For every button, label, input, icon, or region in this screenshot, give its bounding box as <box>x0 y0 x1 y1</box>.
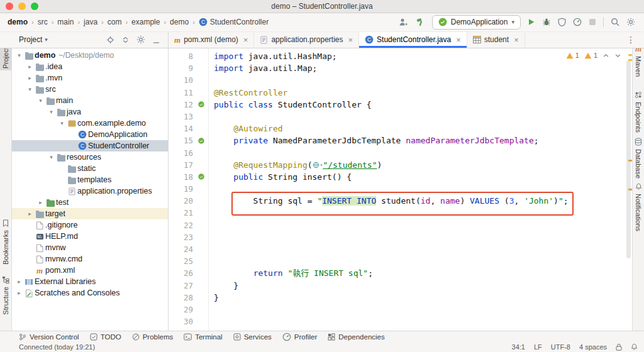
breadcrumb-item[interactable]: demo <box>170 18 189 26</box>
tool-dependencies-button[interactable]: Dependencies <box>328 333 385 341</box>
debug-button[interactable] <box>542 18 551 26</box>
chevron-right-icon[interactable]: ▸ <box>26 211 34 217</box>
collapse-all-icon[interactable] <box>121 36 130 44</box>
tree-item-mvnw-cmd[interactable]: mvnw.cmd <box>11 253 168 265</box>
tree-item--gitignore[interactable]: .gitignore <box>11 219 168 231</box>
chevron-right-icon[interactable]: ▸ <box>26 63 34 70</box>
collaborate-icon[interactable] <box>398 18 409 26</box>
chevron-down-icon[interactable]: ▾ <box>45 36 48 43</box>
breadcrumb-item[interactable]: demo <box>8 18 28 26</box>
spring-bean-icon[interactable] <box>198 101 204 107</box>
tree-item--idea[interactable]: ▸.idea <box>11 61 168 72</box>
chevron-down-icon[interactable]: ▾ <box>36 97 45 104</box>
project-panel-title[interactable]: Project <box>19 35 42 44</box>
code-line <box>214 243 633 255</box>
breadcrumb-item[interactable]: main <box>57 18 74 26</box>
tree-item-studentcontroller[interactable]: CStudentController <box>11 140 168 151</box>
hide-panel-icon[interactable] <box>152 36 160 44</box>
caret-position[interactable]: 34:1 <box>512 343 525 351</box>
breadcrumb-item[interactable]: com <box>108 18 122 26</box>
previous-problem-icon[interactable] <box>602 52 609 59</box>
editor-tab[interactable]: application.properties× <box>254 31 359 48</box>
tree-item-resources[interactable]: ▾resources <box>11 151 168 163</box>
tree-item-java[interactable]: ▾java <box>11 106 168 118</box>
editor-tab[interactable]: student× <box>467 31 525 48</box>
code-editor[interactable]: 8910111213141516171819202122232425262728… <box>169 48 633 331</box>
spring-bean-icon[interactable] <box>198 138 204 144</box>
chevron-right-icon[interactable]: ▸ <box>15 290 23 296</box>
breadcrumb-item[interactable]: CStudentController <box>199 18 269 26</box>
run-button[interactable] <box>528 18 535 26</box>
chevron-right-icon[interactable]: ▸ <box>26 75 34 81</box>
tree-item-static[interactable]: static <box>11 163 168 174</box>
breadcrumb-item[interactable]: src <box>38 18 48 26</box>
tree-item-demoapplication[interactable]: CDemoApplication <box>11 129 168 140</box>
editor-tab[interactable]: CStudentController.java× <box>359 31 467 48</box>
tool-version-control-button[interactable]: Version Control <box>19 333 79 341</box>
stripe-notifications-button[interactable]: Notifications <box>633 181 644 233</box>
next-problem-icon[interactable] <box>614 52 621 59</box>
close-icon[interactable]: × <box>243 36 248 44</box>
chevron-down-icon[interactable]: ▾ <box>15 52 23 58</box>
tree-item-templates[interactable]: templates <box>11 174 168 185</box>
chevron-down-icon[interactable]: ▾ <box>26 86 34 92</box>
tree-item-src[interactable]: ▾src <box>11 84 168 95</box>
todo-icon <box>90 333 97 341</box>
tree-item-demo[interactable]: ▾demo~/Desktop/demo <box>11 50 168 61</box>
stop-button[interactable] <box>589 18 596 26</box>
chevron-down-icon[interactable]: ▾ <box>47 154 55 160</box>
tool-profiler-button[interactable]: Profiler <box>282 333 317 341</box>
code-line: } <box>214 292 633 304</box>
run-config-select[interactable]: DemoApplication ▾ <box>432 15 521 30</box>
select-opened-file-icon[interactable] <box>106 36 114 44</box>
tree-item-scratches-and-consoles[interactable]: ▸Scratches and Consoles <box>11 287 168 299</box>
panel-settings-icon[interactable] <box>136 35 145 44</box>
stripe-structure-button[interactable]: Structure <box>0 274 11 317</box>
chevron-right-icon[interactable]: ▸ <box>36 199 45 206</box>
stripe-database-button[interactable]: Database <box>633 136 644 180</box>
editor-tab[interactable]: mpom.xml (demo)× <box>169 31 254 48</box>
tool-problems-button[interactable]: Problems <box>132 333 174 341</box>
tree-item-pom-xml[interactable]: mpom.xml <box>11 265 168 276</box>
tree-item-main[interactable]: ▾main <box>11 95 168 106</box>
left-tool-stripe: ProjectBookmarksStructure <box>0 31 12 331</box>
profiler-button[interactable] <box>573 18 582 26</box>
stripe-endpoints-button[interactable]: Endpoints <box>633 89 644 135</box>
coverage-button[interactable] <box>558 18 566 26</box>
tree-item-help-md[interactable]: M↓HELP.md <box>11 231 168 242</box>
chevron-down-icon[interactable]: ▾ <box>47 109 55 115</box>
tree-item-test[interactable]: ▸test <box>11 197 168 208</box>
tree-item-mvnw[interactable]: mvnw <box>11 242 168 253</box>
close-icon[interactable]: × <box>456 36 461 44</box>
search-everywhere-button[interactable] <box>611 18 619 26</box>
line-ending[interactable]: LF <box>534 343 542 351</box>
tree-item-application-properties[interactable]: application.properties <box>11 185 168 197</box>
settings-button[interactable] <box>626 18 635 26</box>
close-icon[interactable]: × <box>514 36 519 44</box>
tree-item-com-example-demo[interactable]: ▾com.example.demo <box>11 118 168 129</box>
spring-bean-icon[interactable] <box>198 173 204 180</box>
tree-item-target[interactable]: ▸target <box>11 208 168 219</box>
breadcrumb-item[interactable]: example <box>131 18 160 26</box>
close-icon[interactable]: × <box>348 36 353 44</box>
tool-services-button[interactable]: Services <box>233 333 272 341</box>
zoom-window-button[interactable] <box>31 3 38 10</box>
tree-item--mvn[interactable]: ▸.mvn <box>11 72 168 84</box>
minimize-window-button[interactable] <box>18 3 26 10</box>
tool-todo-button[interactable]: TODO <box>90 333 121 341</box>
tree-item-external-libraries[interactable]: ▸External Libraries <box>11 276 168 287</box>
lock-icon[interactable] <box>616 343 622 351</box>
tab-options-icon[interactable]: ⋮ <box>626 35 635 45</box>
indent-setting[interactable]: 4 spaces <box>579 343 607 351</box>
chevron-right-icon[interactable]: ▸ <box>15 278 23 285</box>
chevron-down-icon[interactable]: ▾ <box>58 120 66 126</box>
file-encoding[interactable]: UTF-8 <box>551 343 570 351</box>
tool-terminal-button[interactable]: Terminal <box>184 333 222 341</box>
notifications-bell-icon[interactable] <box>631 343 638 351</box>
build-hammer-icon[interactable] <box>416 18 425 26</box>
stripe-bookmarks-button[interactable]: Bookmarks <box>0 217 11 267</box>
endpoint-globe-icon[interactable]: ▾ <box>313 159 323 171</box>
inspections-widget[interactable]: 1 1 <box>565 51 623 60</box>
breadcrumb-item[interactable]: java <box>84 18 97 26</box>
close-window-button[interactable] <box>6 3 13 10</box>
